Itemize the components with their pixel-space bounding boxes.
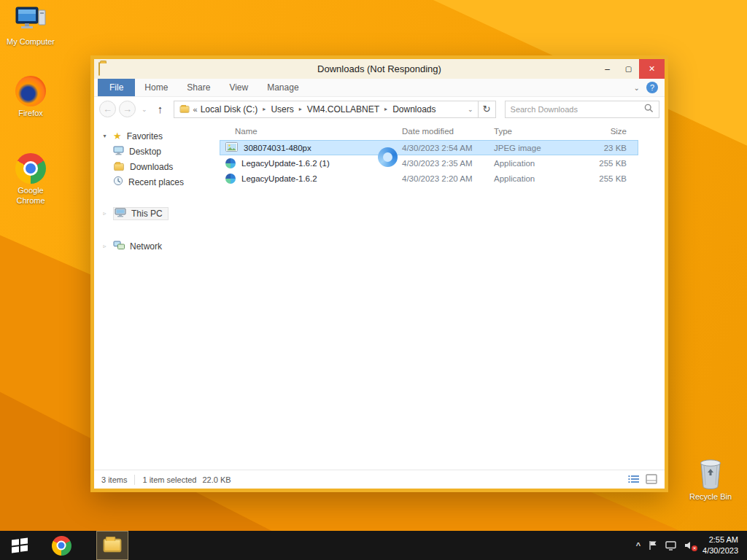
sidebar-item-favorites[interactable]: ▾ ★ Favorites	[94, 128, 220, 144]
favorites-star-icon: ★	[113, 131, 122, 141]
breadcrumb-separator-icon: ▸	[260, 106, 268, 112]
title-bar[interactable]: Downloads (Not Responding) – ▢ ✕	[94, 59, 665, 79]
forward-icon: →	[123, 104, 132, 114]
network-status-icon[interactable]	[665, 541, 676, 551]
tab-view[interactable]: View	[220, 79, 258, 96]
column-header-date-modified[interactable]: Date modified	[402, 127, 494, 136]
window-icon	[98, 63, 100, 76]
minimize-button[interactable]: –	[597, 59, 618, 79]
taskbar-explorer-button[interactable]	[96, 531, 128, 560]
desktop-icon-chrome[interactable]: Google Chrome	[4, 153, 57, 206]
address-bar: ← → ⌄ ↑ « Local Disk (C:) ▸ Users ▸ VM4.…	[94, 97, 665, 121]
file-list: Name Date modified Type Size 308074031-4…	[220, 121, 665, 470]
ribbon-tabs: File Home Share View Manage ⌄ ?	[94, 79, 665, 97]
column-header-type[interactable]: Type	[494, 127, 580, 136]
expand-icon[interactable]: ▹	[101, 243, 108, 249]
close-button[interactable]: ✕	[639, 59, 665, 79]
desktop-icon-firefox[interactable]: Firefox	[4, 76, 57, 119]
file-row[interactable]: LegacyUpdate-1.6.2 4/30/2023 2:20 AM App…	[220, 171, 638, 186]
breadcrumb-separator-icon: ▸	[382, 106, 390, 112]
maximize-icon: ▢	[625, 65, 632, 73]
sidebar-item-label: Favorites	[127, 131, 163, 141]
taskbar-chrome-button[interactable]	[45, 531, 77, 560]
desktop-icon-label: Firefox	[4, 109, 57, 119]
breadcrumb-separator-icon: ▸	[297, 106, 304, 112]
selection-size: 22.0 KB	[202, 475, 231, 484]
sidebar-item-label: Recent places	[128, 177, 184, 187]
file-type: Application	[494, 174, 580, 183]
file-row[interactable]: 308074031-480px 4/30/2023 2:54 AM JPEG i…	[220, 140, 638, 155]
file-row[interactable]: LegacyUpdate-1.6.2 (1) 4/30/2023 2:35 AM…	[220, 155, 638, 171]
expand-icon[interactable]: ▹	[101, 210, 108, 217]
breadcrumb-item-users[interactable]: Users	[271, 104, 293, 114]
tab-share[interactable]: Share	[177, 79, 220, 96]
my-computer-icon	[4, 6, 57, 35]
action-center-flag-icon[interactable]	[649, 540, 657, 551]
clock-time: 2:55 AM	[703, 534, 738, 545]
back-button[interactable]: ←	[99, 101, 116, 117]
column-headers: Name Date modified Type Size	[220, 122, 665, 140]
tab-manage[interactable]: Manage	[258, 79, 308, 96]
desktop-icon-label: Chrome	[4, 196, 57, 206]
sidebar-item-downloads[interactable]: Downloads	[94, 159, 220, 174]
search-icon[interactable]	[644, 103, 654, 116]
window-title: Downloads (Not Responding)	[94, 63, 665, 74]
volume-muted-icon[interactable]: ✕	[684, 541, 694, 550]
chrome-icon	[15, 153, 46, 184]
thumbnail-view-icon[interactable]	[646, 474, 657, 486]
minimize-icon: –	[605, 64, 610, 74]
breadcrumb-item-user[interactable]: VM4.COLLABNET	[307, 104, 379, 114]
tab-home[interactable]: Home	[135, 79, 177, 96]
refresh-icon: ↻	[483, 104, 491, 114]
explorer-content: ▾ ★ Favorites Desktop Downloads	[94, 121, 665, 470]
help-icon[interactable]: ?	[646, 82, 658, 93]
ribbon-collapse-icon[interactable]: ⌄	[634, 84, 640, 92]
maximize-button[interactable]: ▢	[618, 59, 639, 79]
sidebar-item-label: Downloads	[130, 162, 173, 172]
sidebar-item-desktop[interactable]: Desktop	[94, 144, 220, 159]
file-name: LegacyUpdate-1.6.2 (1)	[241, 159, 330, 168]
navigation-pane: ▾ ★ Favorites Desktop Downloads	[94, 121, 220, 470]
desktop-icon-recycle-bin[interactable]: Recycle Bin	[684, 458, 737, 502]
search-input[interactable]	[511, 105, 644, 114]
application-file-icon	[225, 158, 236, 168]
taskbar-clock[interactable]: 2:55 AM 4/30/2023	[703, 534, 738, 556]
column-header-size[interactable]: Size	[580, 127, 627, 136]
expand-icon[interactable]: ▾	[101, 133, 108, 139]
breadcrumb[interactable]: « Local Disk (C:) ▸ Users ▸ VM4.COLLABNE…	[174, 101, 479, 118]
desktop[interactable]: My Computer Firefox Google Chrome Recycl…	[0, 0, 747, 560]
column-header-name[interactable]: Name	[220, 127, 402, 136]
file-size: 255 KB	[580, 174, 627, 183]
up-button[interactable]: ↑	[153, 103, 168, 115]
address-dropdown-icon[interactable]: ⌄	[468, 106, 473, 113]
sidebar-item-this-pc[interactable]: ▹ This PC	[94, 206, 220, 221]
search-box	[505, 101, 659, 118]
details-view-icon[interactable]	[628, 474, 640, 486]
desktop-node-icon	[113, 146, 124, 158]
file-name: 308074031-480px	[244, 144, 311, 152]
forward-button[interactable]: →	[119, 101, 136, 117]
tray-expand-button[interactable]: ^	[636, 541, 640, 550]
explorer-window: Downloads (Not Responding) – ▢ ✕ File Ho…	[90, 55, 668, 492]
breadcrumb-item-local-disk[interactable]: Local Disk (C:)	[201, 104, 258, 114]
downloads-folder-icon	[114, 163, 124, 170]
sidebar-item-network[interactable]: ▹ Network	[94, 238, 220, 254]
history-dropdown-icon[interactable]: ⌄	[142, 106, 147, 113]
desktop-icon-my-computer[interactable]: My Computer	[4, 6, 57, 47]
desktop-icon-label: Recycle Bin	[684, 492, 737, 502]
network-node-icon	[113, 241, 125, 252]
taskbar: ^ ✕ 2:55 AM 4/30/2023	[0, 531, 747, 560]
desktop-icon-label: Google	[4, 186, 57, 196]
breadcrumb-overflow-icon[interactable]: «	[193, 105, 198, 114]
sidebar-item-label: Desktop	[129, 147, 161, 157]
breadcrumb-item-downloads[interactable]: Downloads	[392, 104, 436, 114]
start-button[interactable]	[0, 531, 39, 560]
file-type: Application	[494, 159, 580, 168]
tab-file[interactable]: File	[98, 79, 135, 96]
muted-badge-icon: ✕	[692, 545, 697, 551]
system-tray: ^ ✕ 2:55 AM 4/30/2023	[636, 534, 747, 556]
firefox-icon	[15, 76, 46, 106]
refresh-button[interactable]: ↻	[479, 101, 496, 118]
sidebar-item-recent-places[interactable]: Recent places	[94, 174, 220, 190]
desktop-icon-label: My Computer	[4, 37, 57, 47]
